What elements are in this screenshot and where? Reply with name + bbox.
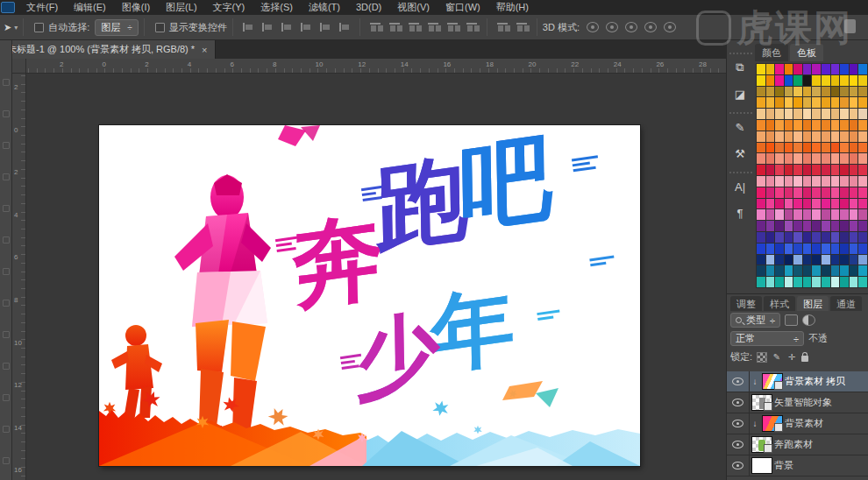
auto-align-layers-icon[interactable] [495,21,509,33]
layer-filter-dropdown[interactable]: 类型 ÷ [730,313,780,328]
tool-icon[interactable] [3,236,10,244]
toolbox-edge[interactable] [0,40,12,480]
color-swatch[interactable] [850,244,858,254]
3d-roll-icon[interactable] [605,21,619,33]
color-swatch[interactable] [812,165,821,175]
color-swatch[interactable] [831,120,840,131]
color-swatch[interactable] [850,255,858,265]
tool-icon[interactable] [3,173,10,180]
color-swatch[interactable] [850,187,858,198]
color-swatch[interactable] [850,109,858,119]
color-swatch[interactable] [766,143,775,153]
color-swatch[interactable] [812,265,821,276]
3d-scale-icon[interactable] [663,21,677,33]
color-swatch[interactable] [831,221,840,231]
color-swatch[interactable] [822,187,830,198]
color-swatch[interactable] [812,97,821,108]
color-swatch[interactable] [775,199,784,209]
color-swatch[interactable] [785,131,793,142]
layer-thumbnail[interactable] [751,394,772,411]
color-swatch[interactable] [793,153,802,164]
distribute-top-icon[interactable] [368,21,382,33]
color-swatch[interactable] [858,176,867,187]
color-swatch[interactable] [757,64,765,74]
tool-icon[interactable] [3,457,10,464]
color-swatch[interactable] [793,277,802,287]
color-swatch[interactable] [812,232,821,243]
color-swatch[interactable] [831,87,840,97]
color-swatch[interactable] [831,109,840,119]
color-swatch[interactable] [785,199,793,209]
color-swatch[interactable] [822,131,830,142]
color-swatch[interactable] [858,232,867,243]
color-swatch[interactable] [766,97,775,108]
eye-icon[interactable] [732,420,743,427]
3d-drag-icon[interactable] [624,21,638,33]
color-swatch[interactable] [766,87,775,97]
color-swatch[interactable] [831,176,840,187]
color-swatch[interactable] [757,232,765,243]
color-swatch[interactable] [831,64,840,74]
color-swatch[interactable] [831,244,840,254]
tab-styles[interactable]: 样式 [764,296,795,311]
eye-icon[interactable] [732,462,743,469]
vertical-ruler[interactable]: 20246810121416 [12,74,26,480]
color-swatch[interactable] [850,143,858,153]
color-swatch[interactable] [858,131,867,142]
color-swatch[interactable] [775,187,784,198]
color-swatch[interactable] [757,187,765,198]
layer-thumbnail[interactable] [751,436,772,453]
color-swatch[interactable] [775,153,784,164]
paragraph-panel-icon[interactable]: ¶ [729,203,751,222]
color-swatch[interactable] [785,209,793,220]
distribute-v-center-icon[interactable] [388,21,402,33]
color-swatch[interactable] [775,265,784,276]
color-swatch[interactable] [850,120,858,131]
color-swatch[interactable] [858,199,867,209]
color-swatch[interactable] [757,199,765,209]
color-swatch[interactable] [785,109,793,119]
color-swatch[interactable] [822,277,830,287]
color-swatch[interactable] [831,232,840,243]
color-swatch[interactable] [812,131,821,142]
visibility-cell[interactable] [727,392,750,413]
layer-name[interactable]: 奔跑素材 [774,438,813,451]
color-swatch[interactable] [822,97,830,108]
color-swatch[interactable] [812,75,821,86]
document-tab[interactable]: 未标题-1 @ 100% (背景素材 拷贝, RGB/8) * × [0,40,216,59]
menu-item-5[interactable]: 选择(S) [253,0,301,15]
color-swatch[interactable] [858,120,867,131]
color-swatch[interactable] [812,277,821,287]
horizontal-ruler[interactable]: 20246810121416182022242628 [26,59,726,74]
color-swatch[interactable] [812,244,821,254]
color-swatch[interactable] [766,221,775,231]
color-swatch[interactable] [766,244,775,254]
menu-item-4[interactable]: 文字(Y) [205,0,253,15]
color-swatch[interactable] [757,221,765,231]
color-swatch[interactable] [775,244,784,254]
layer-row-4[interactable]: 背景 [727,455,868,476]
eye-icon[interactable] [732,441,743,448]
color-swatch[interactable] [858,109,867,119]
color-swatch[interactable] [850,64,858,74]
color-swatch[interactable] [803,209,812,220]
align-v-center-icon[interactable] [318,21,332,33]
color-swatch[interactable] [803,153,812,164]
color-swatch[interactable] [812,255,821,265]
color-swatch[interactable] [831,199,840,209]
color-swatch[interactable] [785,120,793,131]
color-swatch[interactable] [757,176,765,187]
color-swatch[interactable] [775,87,784,97]
color-swatch[interactable] [831,265,840,276]
color-swatch[interactable] [812,199,821,209]
color-swatch[interactable] [803,165,812,175]
tool-presets-panel-icon[interactable]: ⚒ [729,144,751,163]
visibility-cell[interactable] [727,455,750,476]
color-swatch[interactable] [850,199,858,209]
color-swatch[interactable] [785,232,793,243]
color-swatch[interactable] [858,143,867,153]
color-swatch[interactable] [858,209,867,220]
color-swatch[interactable] [812,209,821,220]
visibility-cell[interactable] [727,413,750,434]
color-swatch[interactable] [840,232,849,243]
